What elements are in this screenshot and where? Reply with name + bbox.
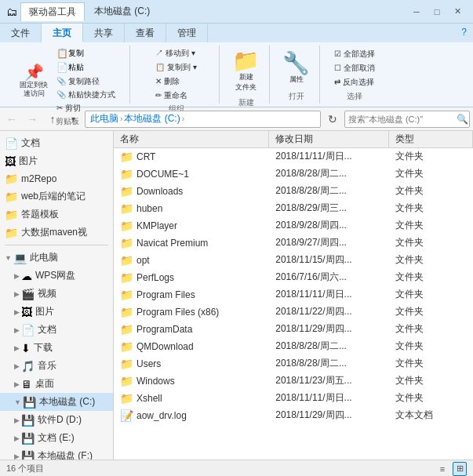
table-row[interactable]: 📁Windows 2018/11/23/周五... 文件夹 bbox=[114, 372, 473, 390]
ribbon-tab-manage[interactable]: 管理 bbox=[166, 24, 208, 42]
maximize-button[interactable]: □ bbox=[428, 4, 446, 20]
copy-path-button[interactable]: 📎 复制路径 bbox=[54, 75, 118, 88]
col-header-name[interactable]: 名称 bbox=[114, 131, 269, 147]
folder-icon: 📁 bbox=[120, 289, 133, 301]
drive-e-expand-icon: ▶ bbox=[14, 434, 20, 442]
table-row[interactable]: 📁Program Files 2018/11/11/周日... 文件夹 bbox=[114, 286, 473, 303]
sidebar-item-template[interactable]: 📁 答题模板 bbox=[0, 205, 113, 223]
music-icon: 🎵 bbox=[21, 360, 35, 372]
ribbon-group-new: 📁 新建文件夹 新建 bbox=[223, 45, 270, 104]
close-button[interactable]: ✕ bbox=[448, 4, 467, 20]
file-list: 📁CRT 2018/11/11/周日... 文件夹 📁DOCUME~1 2018… bbox=[114, 148, 473, 460]
col-header-type[interactable]: 类型 bbox=[389, 131, 473, 147]
view-toggles: ≡ ⊞ bbox=[435, 462, 467, 476]
properties-button[interactable]: 🔧 属性 bbox=[278, 49, 315, 88]
ribbon-group-organize: ↗ 移动到 ▾ 📋 复制到 ▾ ✕ 删除 ✏ 重命名 组织 bbox=[133, 45, 220, 104]
table-row[interactable]: 📝aow_drv.log 2018/11/29/周四... 文本文档 bbox=[114, 407, 473, 424]
drive-d-icon: 💾 bbox=[21, 414, 35, 427]
address-path[interactable]: 此电脑 › 本地磁盘 (C:) › bbox=[85, 111, 321, 128]
table-row[interactable]: 📁Program Files (x86) 2018/11/22/周四... 文件… bbox=[114, 303, 473, 321]
search-box[interactable]: 🔍 bbox=[344, 111, 470, 128]
sidebar-item-desktop[interactable]: ▶ 🖥 桌面 bbox=[0, 375, 113, 393]
folder-icon: 📁 bbox=[120, 392, 133, 405]
sidebar-item-drive-e[interactable]: ▶ 💾 文档 (E:) bbox=[0, 429, 113, 447]
list-view-button[interactable]: ≡ bbox=[435, 462, 449, 476]
sidebar-item-documents[interactable]: 📄 文档 bbox=[0, 134, 113, 152]
ribbon-tab-view[interactable]: 查看 bbox=[125, 24, 166, 42]
refresh-button[interactable]: ↻ bbox=[324, 111, 341, 128]
back-button[interactable]: ← bbox=[3, 111, 20, 128]
file-list-header: 名称 修改日期 类型 bbox=[114, 131, 473, 148]
main-area: 📄 文档 🖼 图片 📁 m2Repo 📁 web后端的笔记 📁 答题模板 📁 大… bbox=[0, 131, 473, 460]
pin-quick-access-button[interactable]: 📌 固定到快速访问 bbox=[16, 63, 51, 100]
table-row[interactable]: 📁Xshell 2018/11/11/周日... 文件夹 bbox=[114, 390, 473, 407]
search-icon: 🔍 bbox=[457, 114, 468, 125]
help-button[interactable]: ? bbox=[455, 24, 473, 42]
recent-button[interactable]: ▾ bbox=[64, 111, 82, 128]
window-controls: ─ □ ✕ bbox=[407, 4, 467, 20]
paste-shortcut-button[interactable]: 📎 粘贴快捷方式 bbox=[54, 89, 118, 101]
table-row[interactable]: 📁CRT 2018/11/11/周日... 文件夹 bbox=[114, 148, 473, 165]
detail-view-button[interactable]: ⊞ bbox=[453, 462, 467, 476]
sidebar-item-docs[interactable]: ▶ 📄 文档 bbox=[0, 321, 113, 339]
ribbon-tab-share[interactable]: 共享 bbox=[83, 24, 125, 42]
sidebar-item-music[interactable]: ▶ 🎵 音乐 bbox=[0, 357, 113, 375]
sidebar-item-thispc[interactable]: ▼ 💻 此电脑 bbox=[0, 249, 113, 267]
select-all-button[interactable]: ☑ 全部选择 bbox=[332, 48, 377, 60]
folder-icon: 📁 bbox=[120, 306, 133, 318]
table-row[interactable]: 📁opt 2018/11/15/周四... 文件夹 bbox=[114, 252, 473, 269]
table-row[interactable]: 📁Users 2018/8/28/周二... 文件夹 bbox=[114, 355, 473, 372]
table-row[interactable]: 📁KMPlayer 2018/9/28/周四... 文件夹 bbox=[114, 217, 473, 234]
up-button[interactable]: ↑ bbox=[44, 111, 61, 128]
thispc-expand-icon: ▼ bbox=[5, 254, 12, 262]
table-row[interactable]: 📁Downloads 2018/8/28/周二... 文件夹 bbox=[114, 183, 473, 200]
drive-d-expand-icon: ▶ bbox=[14, 416, 20, 424]
breadcrumb-current[interactable]: 本地磁盘 (C:) bbox=[124, 112, 180, 125]
rename-button[interactable]: ✏ 重命名 bbox=[153, 89, 199, 102]
move-to-button[interactable]: ↗ 移动到 ▾ bbox=[153, 47, 199, 60]
copy-to-button[interactable]: 📋 复制到 ▾ bbox=[153, 61, 199, 74]
table-row[interactable]: 📁huben 2018/8/29/周三... 文件夹 bbox=[114, 200, 473, 217]
copy-button[interactable]: 📋 复制 bbox=[54, 47, 118, 60]
paste-button[interactable]: 📄 粘贴 bbox=[54, 61, 118, 74]
drive-f-expand-icon: ▶ bbox=[14, 452, 20, 460]
forward-button[interactable]: → bbox=[24, 111, 41, 128]
sidebar-item-drive-f[interactable]: ▶ 💾 本地磁盘 (F:) bbox=[0, 447, 113, 460]
select-items: ☑ 全部选择 ☐ 全部取消 ⇄ 反向选择 bbox=[332, 48, 377, 89]
sidebar-item-bigdata[interactable]: 📁 大数据maven视 bbox=[0, 223, 113, 242]
documents-icon: 📄 bbox=[5, 137, 18, 150]
sidebar-item-m2repo[interactable]: 📁 m2Repo bbox=[0, 170, 113, 187]
wps-icon: ☁ bbox=[21, 270, 32, 282]
ribbon-tab-file[interactable]: 文件 bbox=[0, 24, 42, 42]
new-folder-button[interactable]: 📁 新建文件夹 bbox=[227, 47, 264, 96]
search-input[interactable] bbox=[348, 114, 457, 124]
col-header-date[interactable]: 修改日期 bbox=[269, 131, 389, 147]
sidebar-item-pictures[interactable]: ▶ 🖼 图片 bbox=[0, 303, 113, 321]
table-row[interactable]: 📁Navicat Premium 2018/9/27/周四... 文件夹 bbox=[114, 234, 473, 252]
minimize-button[interactable]: ─ bbox=[407, 4, 426, 20]
ribbon-content: 📌 固定到快速访问 📋 复制 📄 粘贴 📎 复制路径 📎 粘贴快捷方式 bbox=[0, 42, 473, 107]
ribbon-tab-home[interactable]: 主页 bbox=[42, 24, 83, 42]
sidebar-item-pictures-qa[interactable]: 🖼 图片 bbox=[0, 152, 113, 170]
sidebar-item-wps[interactable]: ▶ ☁ WPS网盘 bbox=[0, 267, 113, 285]
clipboard-col: 📋 复制 📄 粘贴 📎 复制路径 📎 粘贴快捷方式 ✂ 剪切 bbox=[54, 47, 118, 114]
table-row[interactable]: 📁PerfLogs 2016/7/16/周六... 文件夹 bbox=[114, 269, 473, 286]
sidebar-item-downloads[interactable]: ▶ ⬇ 下载 bbox=[0, 339, 113, 357]
sidebar-item-drive-c[interactable]: ▼ 💾 本地磁盘 (C:) bbox=[0, 393, 113, 411]
invert-selection-button[interactable]: ⇄ 反向选择 bbox=[332, 76, 377, 89]
delete-button[interactable]: ✕ 删除 bbox=[153, 75, 199, 88]
sidebar-item-webnotes[interactable]: 📁 web后端的笔记 bbox=[0, 187, 113, 205]
deselect-all-button[interactable]: ☐ 全部取消 bbox=[332, 62, 377, 74]
docs-expand-icon: ▶ bbox=[14, 326, 20, 334]
properties-icon: 🔧 bbox=[282, 53, 310, 74]
table-row[interactable]: 📁QMDownload 2018/8/28/周二... 文件夹 bbox=[114, 338, 473, 355]
drive-e-icon: 💾 bbox=[21, 432, 35, 445]
breadcrumb-home[interactable]: 此电脑 bbox=[90, 112, 118, 125]
music-expand-icon: ▶ bbox=[14, 362, 20, 370]
drive-f-icon: 💾 bbox=[21, 450, 35, 460]
sidebar-item-videos[interactable]: ▶ 🎬 视频 bbox=[0, 285, 113, 303]
sidebar-item-drive-d[interactable]: ▶ 💾 软件D (D:) bbox=[0, 411, 113, 429]
table-row[interactable]: 📁DOCUME~1 2018/8/28/周二... 文件夹 bbox=[114, 165, 473, 183]
driver-tools-tab[interactable]: 驱动器工具 bbox=[20, 2, 85, 21]
table-row[interactable]: 📁ProgramData 2018/11/29/周四... 文件夹 bbox=[114, 321, 473, 338]
